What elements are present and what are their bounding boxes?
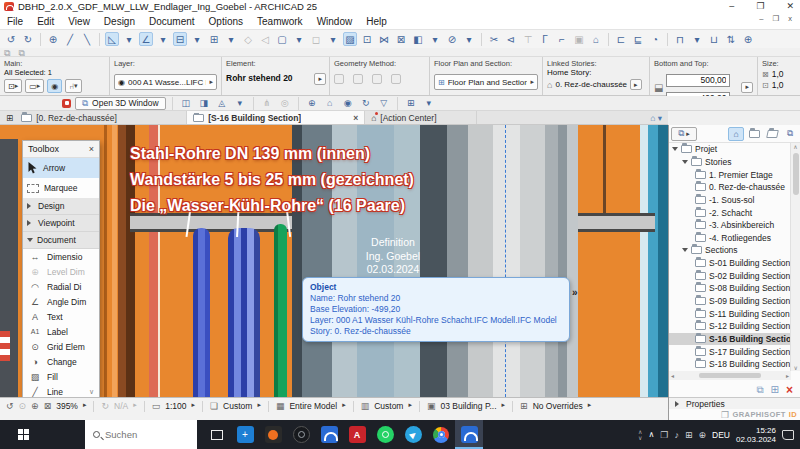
- app-fan[interactable]: [287, 420, 315, 449]
- task-view-button[interactable]: [203, 420, 231, 449]
- tab-floor-plan[interactable]: [0. Rez-de-chaussée]: [15, 111, 187, 124]
- redo-icon[interactable]: ↻: [21, 32, 35, 46]
- dropdown-icon[interactable]: ▾: [190, 32, 204, 46]
- show-hidden-icons[interactable]: ∧: [648, 430, 654, 439]
- floorplan-dropdown[interactable]: ⊞ Floor Plan and Section... ▸: [434, 74, 538, 90]
- layer-combination-value[interactable]: Custom: [223, 401, 252, 411]
- app-chrome[interactable]: [427, 420, 455, 449]
- tool-fill[interactable]: ▨Fill: [23, 369, 99, 384]
- select-mode-button[interactable]: ◉: [47, 79, 62, 93]
- project-chooser-button[interactable]: ⧉▸: [671, 127, 697, 141]
- tool-grid-element[interactable]: ⊙Grid Elem: [23, 339, 99, 354]
- menu-document[interactable]: Document: [142, 16, 202, 27]
- intersect-icon[interactable]: ⊤: [521, 32, 535, 46]
- tool-label[interactable]: A1Label: [23, 324, 99, 339]
- menu-edit[interactable]: Edit: [30, 16, 61, 27]
- open-3d-window-button[interactable]: ⧉ Open 3D Window: [75, 97, 166, 110]
- tray-security-icon[interactable]: ⊞: [685, 430, 693, 440]
- layers-dialog-icon[interactable]: ⊑: [631, 32, 645, 46]
- zoom-value[interactable]: 395%: [56, 401, 78, 411]
- undo-icon[interactable]: ↺: [4, 32, 18, 46]
- zoom-select-icon[interactable]: ⊕: [46, 32, 60, 46]
- menu-file[interactable]: File: [0, 16, 30, 27]
- multiply-icon[interactable]: ⊘: [445, 32, 459, 46]
- cooling-pipe-blue[interactable]: [228, 228, 260, 397]
- tree-item-story[interactable]: -1. Sous-sol: [669, 194, 791, 207]
- linked-stories-flyout[interactable]: ▸: [630, 79, 642, 90]
- doc-close-icon[interactable]: x: [788, 14, 792, 23]
- properties-panel-header[interactable]: Properties: [669, 397, 800, 409]
- zoom-back-icon[interactable]: ↺: [6, 401, 14, 411]
- orientation-value[interactable]: N/A: [114, 401, 128, 411]
- scroll-down-icon[interactable]: ∨: [89, 388, 94, 396]
- magic-wand-icon[interactable]: ◁: [258, 32, 272, 46]
- menu-help[interactable]: Help: [359, 16, 394, 27]
- graphic-override-value[interactable]: 03 Building P...: [440, 401, 496, 411]
- flag-icon[interactable]: ⊏: [614, 32, 628, 46]
- tree-item-story[interactable]: -2. Schacht: [669, 206, 791, 219]
- sun-study-icon[interactable]: ▽: [377, 96, 391, 110]
- tree-item-sections[interactable]: Sections: [669, 244, 791, 257]
- graphic-override-icon[interactable]: ▣: [427, 401, 436, 411]
- tree-item-section[interactable]: S-08 Building Section (Auto-: [669, 282, 791, 295]
- structure-display-icon[interactable]: ▦: [276, 401, 285, 411]
- flyout-icon[interactable]: ▸: [257, 401, 261, 409]
- stretch-icon[interactable]: ⊡: [360, 32, 374, 46]
- tree-item-section[interactable]: S-09 Building Section (Auto-: [669, 295, 791, 308]
- scale-icon[interactable]: ▭: [152, 401, 161, 411]
- dropdown-icon[interactable]: ▾: [690, 32, 704, 46]
- object-preview-button[interactable]: ⑁▾: [65, 79, 81, 93]
- flyout-icon[interactable]: ▸: [502, 401, 506, 409]
- fillet-icon[interactable]: Γ: [538, 32, 552, 46]
- app-acrobat[interactable]: A: [343, 420, 371, 449]
- top-elevation-input[interactable]: [666, 74, 730, 87]
- element-flyout-button[interactable]: ▸: [314, 73, 326, 85]
- 3d-shaded-icon[interactable]: ◨: [197, 96, 211, 110]
- walk-mode-icon[interactable]: ⋔: [260, 96, 274, 110]
- doc-restore-icon[interactable]: ❐: [773, 14, 780, 23]
- pen-set-icon[interactable]: ▥: [361, 401, 370, 411]
- tree-item-section[interactable]: S-12 Building Section (Auto-: [669, 320, 791, 333]
- flyout-icon[interactable]: ▸: [133, 401, 137, 409]
- tree-item-story[interactable]: 1. Premier Etage: [669, 168, 791, 181]
- snap-guides-icon[interactable]: ⊟: [173, 32, 187, 46]
- dropdown-icon[interactable]: ▾: [233, 96, 247, 110]
- settings-dialog-button[interactable]: ⊡▸: [4, 79, 22, 93]
- tree-item-section[interactable]: S-02 Building Section (Auto-: [669, 269, 791, 282]
- publisher-icon[interactable]: ⧉: [782, 127, 798, 141]
- layout-book-icon[interactable]: [764, 127, 780, 141]
- tree-horizontal-scrollbar[interactable]: ◂▸: [669, 371, 791, 380]
- flyout-icon[interactable]: ▸: [191, 401, 195, 409]
- tree-item-section[interactable]: S-17 Building Section (Auto-: [669, 345, 791, 358]
- tree-item-story[interactable]: 0. Rez-de-chaussée: [669, 181, 791, 194]
- dropdown-icon[interactable]: ▾: [422, 96, 436, 110]
- dropdown-icon[interactable]: ▾: [156, 32, 170, 46]
- flyout-icon[interactable]: ▸: [408, 401, 412, 409]
- cooling-pipe-blue[interactable]: [193, 228, 210, 397]
- chamfer-icon[interactable]: ⌐: [555, 32, 569, 46]
- 3d-axo-icon[interactable]: ◬: [215, 96, 229, 110]
- geometry-method-icon[interactable]: [391, 74, 401, 84]
- zoom-icon[interactable]: ⊕: [31, 401, 39, 411]
- fit-in-window-icon[interactable]: ⊠: [44, 401, 52, 411]
- tool-angle-dimension[interactable]: ∠Angle Dim: [23, 294, 99, 309]
- structure-display-value[interactable]: Entire Model: [289, 401, 337, 411]
- orientation-icon[interactable]: ↻: [101, 401, 109, 411]
- app-archicad[interactable]: [315, 420, 343, 449]
- project-map-icon[interactable]: ⌂: [728, 127, 744, 141]
- dropdown-icon[interactable]: ▾: [462, 32, 476, 46]
- resize-icon[interactable]: ⋈: [377, 32, 391, 46]
- trim-icon[interactable]: ▣: [572, 32, 586, 46]
- bottomtop-flyout[interactable]: ▸: [741, 82, 753, 93]
- tab-action-center[interactable]: ⌂ [Action Center]: [365, 111, 477, 124]
- app-whatsapp[interactable]: [371, 420, 399, 449]
- favorites-button[interactable]: ▭▸: [25, 79, 44, 93]
- select-all-icon[interactable]: ▨: [343, 32, 357, 46]
- app-orange-ball[interactable]: [259, 420, 287, 449]
- minimize-icon[interactable]: –: [729, 1, 734, 11]
- restore-icon[interactable]: ❐: [756, 1, 764, 11]
- geometry-method-icon[interactable]: [353, 74, 363, 84]
- menu-window[interactable]: Window: [310, 16, 360, 27]
- renovation-filter-icon[interactable]: ⊞: [520, 401, 528, 411]
- marquee-tool-icon[interactable]: ▢: [275, 32, 289, 46]
